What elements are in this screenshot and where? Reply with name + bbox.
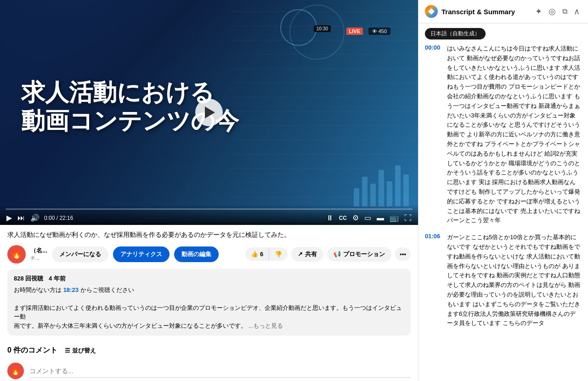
video-meta: 828 回視聴 4 年前 xyxy=(14,275,404,283)
comments-section: 0 件のコメント ☰ 並び替え 🔥 xyxy=(0,346,418,379)
bar-4 xyxy=(379,170,384,207)
play-button[interactable] xyxy=(195,99,223,126)
like-group: 👍 6 👎 xyxy=(245,247,288,261)
sort-button[interactable]: ☰ 並び替え xyxy=(65,347,96,355)
time-display: 0:00 / 22:16 xyxy=(44,215,73,221)
comment-input[interactable] xyxy=(29,364,411,378)
analytics-button[interactable]: アナリティクス xyxy=(113,247,170,262)
action-row: 👍 6 👎 ↗ 共有 📢 プロモーション ••• xyxy=(245,247,411,262)
theater-control[interactable]: ▬ xyxy=(376,214,385,222)
panel-header: Transcript & Summary ✦ ◎ ⧉ ∧ xyxy=(418,0,588,23)
video-controls: ▶ ⏭ 🔊 0:00 / 22:16 ⏸ CC ⚙ ▭ ▬ 📺 ⛶ xyxy=(0,205,418,225)
chart-bars xyxy=(354,165,409,207)
channel-name-block: （名... チ... xyxy=(30,247,47,262)
body-line1: まず採用活動においてよく使われる動画っていうのは一つ目が企業のプロモーションビデ… xyxy=(14,304,402,320)
copy-icon-button[interactable]: ⧉ xyxy=(560,6,569,17)
lang-badge-wrapper: 日本語（自動生成） xyxy=(418,23,588,44)
cast-control[interactable]: 📺 xyxy=(389,213,400,222)
play-control[interactable]: ▶ xyxy=(6,213,13,222)
like-button[interactable]: 👍 6 xyxy=(245,247,269,261)
view-count-text: 828 回視聴 xyxy=(14,275,43,282)
comment-input-row: 🔥 xyxy=(7,363,411,379)
panel-header-icons: ✦ ◎ ⧉ ∧ xyxy=(533,5,582,18)
bar-7 xyxy=(403,174,409,207)
captions-control[interactable]: CC xyxy=(338,215,348,221)
transcript-time-0[interactable]: 00:00 xyxy=(425,44,441,225)
more-link[interactable]: ...もっと見る xyxy=(249,322,283,329)
transcript-entry-1: 01:06 ガーンとここね5倍とか10倍とか買った基本的にないです なぜかという… xyxy=(425,233,582,328)
right-panel: Transcript & Summary ✦ ◎ ⧉ ∧ 日本語（自動生成） 0… xyxy=(418,0,588,381)
live-badge: LIVE xyxy=(346,28,363,35)
share-button[interactable]: ↗ 共有 xyxy=(291,247,323,262)
member-button[interactable]: メンバーになる xyxy=(52,247,108,262)
minimize-icon-button[interactable]: ∧ xyxy=(572,5,582,18)
fullscreen-control[interactable]: ⛶ xyxy=(403,214,413,222)
body-line2: 画です。新卒から大体三年未満くらいの方がインタビュー対象になることが多いです。 xyxy=(14,322,247,329)
promote-button[interactable]: 📢 プロモーション xyxy=(327,247,391,262)
progress-bar[interactable] xyxy=(6,208,413,210)
channel-row: 🔥 （名... チ... メンバーになる アナリティクス 動画の編集 👍 6 👎… xyxy=(7,245,411,263)
more-button[interactable]: ••• xyxy=(395,247,411,261)
video-info-box: 828 回視聴 4 年前 お時間がない方は 18:23 からご視聴ください まず… xyxy=(7,269,411,336)
deco-circle-2 xyxy=(289,5,345,60)
video-thumbnail: LIVE 👁 450 10:30 求人活動における 動画コンテンツの今 xyxy=(0,0,418,225)
comments-count: 0 件のコメント xyxy=(7,346,57,355)
controls-row: ▶ ⏭ 🔊 0:00 / 22:16 ⏸ CC ⚙ ▭ ▬ 📺 ⛶ xyxy=(6,213,413,222)
dislike-button[interactable]: 👎 xyxy=(269,247,288,261)
ai-icon-button[interactable]: ✦ xyxy=(533,5,544,18)
volume-control[interactable]: 🔊 xyxy=(29,213,40,222)
upload-date: 4 年前 xyxy=(49,275,66,282)
right-controls: ⏸ CC ⚙ ▭ ▬ 📺 ⛶ xyxy=(325,213,413,222)
channel-sub: チ... xyxy=(30,255,47,262)
settings-control[interactable]: ⚙ xyxy=(351,213,360,222)
comment-avatar: 🔥 xyxy=(7,363,24,379)
panel-logo-inner xyxy=(428,8,435,15)
below-video: 求人活動になぜ動画が利くのか、なぜ採用動画を作る必要があるのかデータを元に検証し… xyxy=(0,225,418,346)
body-intro-after: からご視聴ください xyxy=(80,286,134,293)
timestamp-link[interactable]: 18:23 xyxy=(63,286,79,293)
settings-icon-button[interactable]: ◎ xyxy=(547,5,558,18)
lang-badge: 日本語（自動生成） xyxy=(425,28,486,39)
pause-control[interactable]: ⏸ xyxy=(325,214,334,222)
main-content: LIVE 👁 450 10:30 求人活動における 動画コンテンツの今 ▶ ⏭ … xyxy=(0,0,418,381)
time-badge: 10:30 xyxy=(314,25,331,32)
view-count-badge: 👁 450 xyxy=(368,28,390,35)
channel-icon: 🔥 xyxy=(7,245,26,263)
body-intro: お時間がない方は xyxy=(14,286,62,293)
panel-logo xyxy=(425,5,438,18)
miniplayer-control[interactable]: ▭ xyxy=(363,213,372,222)
comments-header: 0 件のコメント ☰ 並び替え xyxy=(7,346,411,355)
bar-2 xyxy=(362,177,368,207)
bar-6 xyxy=(395,165,401,207)
video-player[interactable]: LIVE 👁 450 10:30 求人活動における 動画コンテンツの今 ▶ ⏭ … xyxy=(0,0,418,225)
panel-title: Transcript & Summary xyxy=(441,8,530,16)
video-body-text: お時間がない方は 18:23 からご視聴ください まず採用活動においてよく使われ… xyxy=(14,286,404,331)
channel-name: （名... xyxy=(30,247,47,255)
bar-1 xyxy=(354,188,359,207)
transcript-time-1[interactable]: 01:06 xyxy=(425,233,441,328)
next-control[interactable]: ⏭ xyxy=(17,214,26,222)
bar-5 xyxy=(387,181,392,207)
transcript-body[interactable]: 00:00 はいみなさんこんにちは今日はですね求人活動において 動画がなぜ必要な… xyxy=(418,44,588,381)
video-description: 求人活動になぜ動画が利くのか、なぜ採用動画を作る必要があるのかデータを元に検証し… xyxy=(7,230,411,240)
edit-button[interactable]: 動画の編集 xyxy=(174,247,219,262)
transcript-entry-0: 00:00 はいみなさんこんにちは今日はですね求人活動において 動画がなぜ必要な… xyxy=(425,44,582,225)
transcript-text-0: はいみなさんこんにちは今日はですね求人活動において 動画がなぜ必要なのかっていう… xyxy=(447,44,582,225)
transcript-text-1: ガーンとここね5倍とか10倍とか買った基本的にないです なぜかというとそれでもで… xyxy=(447,233,582,328)
bar-3 xyxy=(370,184,376,207)
